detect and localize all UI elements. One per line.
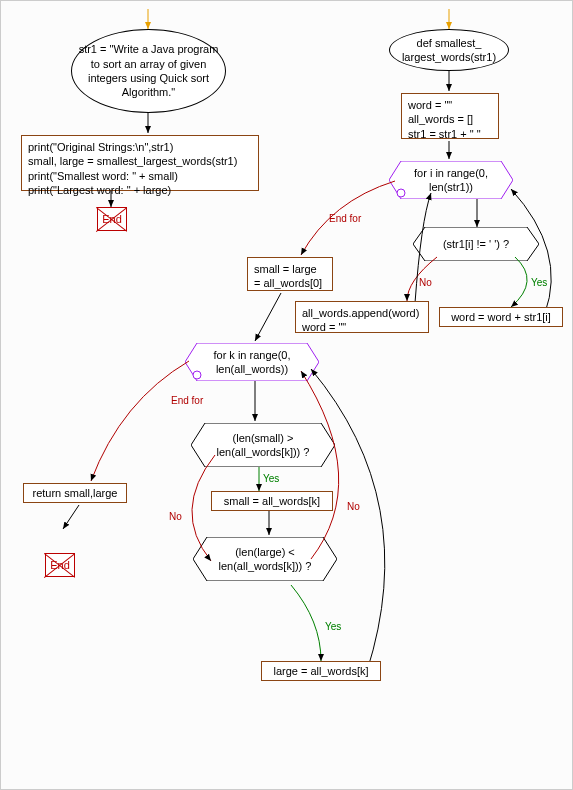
func-def-text: def smallest_ largest_words(str1) bbox=[402, 36, 496, 65]
cond1-no-line: word = "" bbox=[302, 320, 422, 334]
cond2-text: (len(small) > len(all_words[k])) ? bbox=[217, 431, 310, 460]
init-line: all_words = [] bbox=[408, 112, 492, 126]
start-node-text: str1 = "Write a Java program to sort an … bbox=[78, 42, 219, 99]
cond1-no-line: all_words.append(word) bbox=[302, 306, 422, 320]
cond1-no-block: all_words.append(word) word = "" bbox=[295, 301, 429, 333]
end-for-label-2: End for bbox=[171, 395, 203, 406]
cond2-yes-label: Yes bbox=[263, 473, 279, 484]
init-line: str1 = str1 + " " bbox=[408, 127, 492, 141]
cond3-no-label: No bbox=[347, 501, 360, 512]
init-block: word = "" all_words = [] str1 = str1 + "… bbox=[401, 93, 499, 139]
cond2-node: (len(small) > len(all_words[k])) ? bbox=[191, 423, 335, 467]
cond3-yes-label: Yes bbox=[325, 621, 341, 632]
cond1-no-label: No bbox=[419, 277, 432, 288]
loop1-node: for i in range(0, len(str1)) bbox=[389, 161, 513, 199]
end-node-left: End bbox=[97, 207, 127, 231]
cond2-yes-block: small = all_words[k] bbox=[211, 491, 333, 511]
cond1-yes-block: word = word + str1[i] bbox=[439, 307, 563, 327]
print-line: small, large = smallest_largest_words(st… bbox=[28, 154, 252, 168]
cond3-text: (len(large) < len(all_words[k])) ? bbox=[219, 545, 312, 574]
sl-line: = all_words[0] bbox=[254, 276, 326, 290]
end-for-label-1: End for bbox=[329, 213, 361, 224]
cond1-yes-text: word = word + str1[i] bbox=[451, 310, 551, 324]
cond3-yes-text: large = all_words[k] bbox=[273, 664, 368, 678]
end-node-right: End bbox=[45, 553, 75, 577]
print-block: print("Original Strings:\n",str1) small,… bbox=[21, 135, 259, 191]
svg-point-4 bbox=[193, 371, 201, 379]
return-block: return small,large bbox=[23, 483, 127, 503]
print-line: print("Original Strings:\n",str1) bbox=[28, 140, 252, 154]
print-line: print("Largest word: " + large) bbox=[28, 183, 252, 197]
sl-line: small = large bbox=[254, 262, 326, 276]
init-line: word = "" bbox=[408, 98, 492, 112]
loop2-node: for k in range(0, len(all_words)) bbox=[185, 343, 319, 381]
cond1-text: (str1[i] != ' ') ? bbox=[443, 237, 509, 251]
return-text: return small,large bbox=[33, 486, 118, 500]
cond2-no-label: No bbox=[169, 511, 182, 522]
loop1-text: for i in range(0, len(str1)) bbox=[414, 166, 488, 195]
print-line: print("Smallest word: " + small) bbox=[28, 169, 252, 183]
func-def-node: def smallest_ largest_words(str1) bbox=[389, 29, 509, 71]
cond3-yes-block: large = all_words[k] bbox=[261, 661, 381, 681]
cond2-yes-text: small = all_words[k] bbox=[224, 494, 320, 508]
svg-point-1 bbox=[397, 189, 405, 197]
small-large-init: small = large = all_words[0] bbox=[247, 257, 333, 291]
loop2-text: for k in range(0, len(all_words)) bbox=[213, 348, 290, 377]
start-node-str1: str1 = "Write a Java program to sort an … bbox=[71, 29, 226, 113]
cond1-node: (str1[i] != ' ') ? bbox=[413, 227, 539, 261]
cond3-node: (len(large) < len(all_words[k])) ? bbox=[193, 537, 337, 581]
cond1-yes-label: Yes bbox=[531, 277, 547, 288]
